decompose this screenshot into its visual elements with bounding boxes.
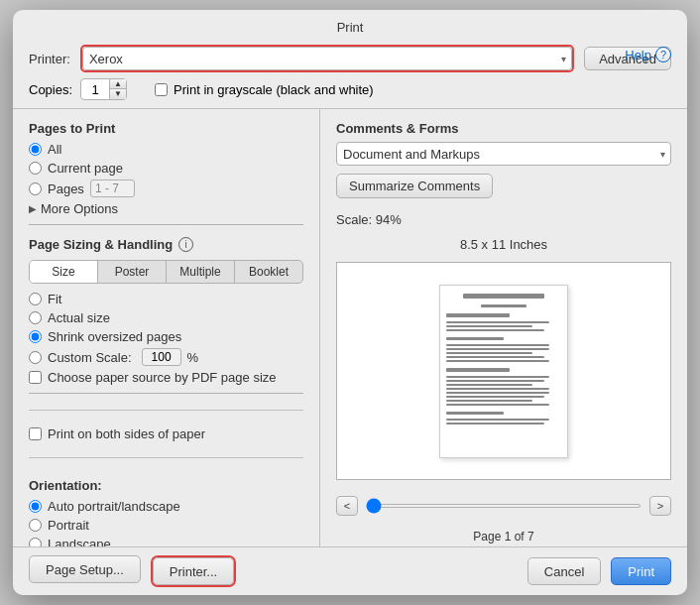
radio-pages: Pages [29,180,303,197]
preview-line-b13 [446,392,549,394]
copies-decrement[interactable]: ▼ [110,89,126,99]
copies-input-wrapper: ▲ ▼ [80,78,127,100]
preview-line-b5 [446,348,549,350]
summarize-button[interactable]: Summarize Comments [336,174,493,198]
radio-custom-input[interactable] [29,351,42,364]
preview-line-b17 [446,419,549,421]
preview-line-b14 [446,396,544,398]
radio-auto: Auto portrait/landscape [29,499,303,514]
percent-label: % [187,350,199,365]
preview-line-b6 [446,352,532,354]
tab-booklet[interactable]: Booklet [235,261,302,283]
scale-row: Scale: 94% [336,212,671,227]
more-options[interactable]: ▶ More Options [29,201,303,216]
radio-landscape-label[interactable]: Landscape [48,537,111,546]
radio-auto-input[interactable] [29,500,42,513]
page-sizing-info-icon[interactable]: i [178,237,193,252]
radio-current: Current page [29,161,303,176]
tab-size[interactable]: Size [30,261,98,283]
radio-fit-label[interactable]: Fit [48,292,61,306]
preview-line-b18 [446,423,544,424]
both-sides-checkbox[interactable] [29,427,42,440]
preview-line-date [481,304,526,307]
custom-scale-row: % [142,348,199,366]
page-sizing-title: Page Sizing & Handling [29,237,173,252]
radio-current-input[interactable] [29,162,42,175]
cancel-button[interactable]: Cancel [527,557,601,585]
copies-label: Copies: [29,82,72,97]
help-area[interactable]: Help ? [625,47,671,62]
radio-custom: Custom Scale: % [29,348,303,366]
copies-input[interactable] [81,82,109,97]
pdf-source-label[interactable]: Choose paper source by PDF page size [48,370,277,385]
page-setup-button[interactable]: Page Setup... [29,555,141,583]
radio-all-label[interactable]: All [48,142,61,157]
next-page-button[interactable]: > [649,496,671,516]
radio-landscape: Landscape [29,537,303,546]
custom-scale-input[interactable] [142,348,181,366]
page-sizing-tabs: Size Poster Multiple Booklet [29,260,303,284]
help-link[interactable]: Help [625,48,651,62]
comments-select-wrapper: Document and Markups Document Form Field… [336,142,671,166]
bottom-bar: Page Setup... Printer... Cancel Print [13,546,687,595]
scale-value: 94% [376,212,402,227]
pages-range-input[interactable] [90,180,135,197]
pages-to-print-title: Pages to Print [29,121,303,136]
radio-actual: Actual size [29,310,303,325]
radio-actual-input[interactable] [29,311,42,324]
radio-shrink: Shrink oversized pages [29,329,303,344]
pdf-source-checkbox[interactable] [29,371,42,384]
radio-shrink-input[interactable] [29,330,42,343]
orientation-title: Orientation: [29,478,303,493]
page-sizing-header: Page Sizing & Handling i [29,237,303,252]
radio-pages-label[interactable]: Pages [48,182,84,196]
radio-pages-input[interactable] [29,182,42,195]
preview-line-b9 [446,376,549,378]
radio-custom-label[interactable]: Custom Scale: [48,350,132,365]
help-icon[interactable]: ? [655,47,671,62]
radio-landscape-input[interactable] [29,538,42,546]
radio-actual-label[interactable]: Actual size [48,310,110,325]
preview-line-b3 [446,329,544,331]
printer-button[interactable]: Printer... [153,557,234,585]
preview-line-b7 [446,356,544,358]
preview-nav: < > [336,490,671,520]
left-panel: Pages to Print All Current page Pages ▶ … [13,109,320,546]
preview-line-b4 [446,344,549,346]
radio-auto-label[interactable]: Auto portrait/landscape [48,499,180,514]
separator-2 [29,457,303,458]
grayscale-row: Print in grayscale (black and white) [155,82,374,97]
paper-size: 8.5 x 11 Inches [336,237,671,252]
preview-line-b8 [446,360,549,362]
preview-line-b2 [446,325,532,327]
comments-select[interactable]: Document and Markups Document Form Field… [336,142,671,166]
preview-line-b15 [446,400,532,402]
copies-row: Copies: ▲ ▼ Print in grayscale (black an… [29,78,671,100]
preview-page [439,285,568,458]
tab-multiple[interactable]: Multiple [167,261,235,283]
more-options-label: More Options [41,201,118,216]
printer-select[interactable]: Xerox [82,47,572,70]
tab-poster[interactable]: Poster [98,261,167,283]
preview-line-b16 [446,404,549,406]
copies-increment[interactable]: ▲ [110,79,126,89]
radio-all-input[interactable] [29,143,42,156]
right-panel: Comments & Forms Document and Markups Do… [320,109,687,546]
prev-page-button[interactable]: < [336,496,358,516]
printer-label: Printer: [29,52,70,66]
radio-portrait-label[interactable]: Portrait [48,518,89,533]
both-sides-label[interactable]: Print on both sides of paper [48,426,205,441]
grayscale-checkbox[interactable] [155,83,168,96]
separator-1 [29,410,303,411]
radio-current-label[interactable]: Current page [48,161,123,176]
grayscale-label[interactable]: Print in grayscale (black and white) [174,82,374,97]
copies-stepper: ▲ ▼ [109,79,126,99]
radio-fit-input[interactable] [29,293,42,305]
bottom-right: Cancel Print [527,557,671,585]
radio-shrink-label[interactable]: Shrink oversized pages [48,329,181,344]
radio-portrait-input[interactable] [29,519,42,532]
printer-select-container: Xerox ▾ [82,47,572,70]
radio-portrait: Portrait [29,518,303,533]
print-button[interactable]: Print [611,557,671,585]
page-slider[interactable] [366,504,642,508]
